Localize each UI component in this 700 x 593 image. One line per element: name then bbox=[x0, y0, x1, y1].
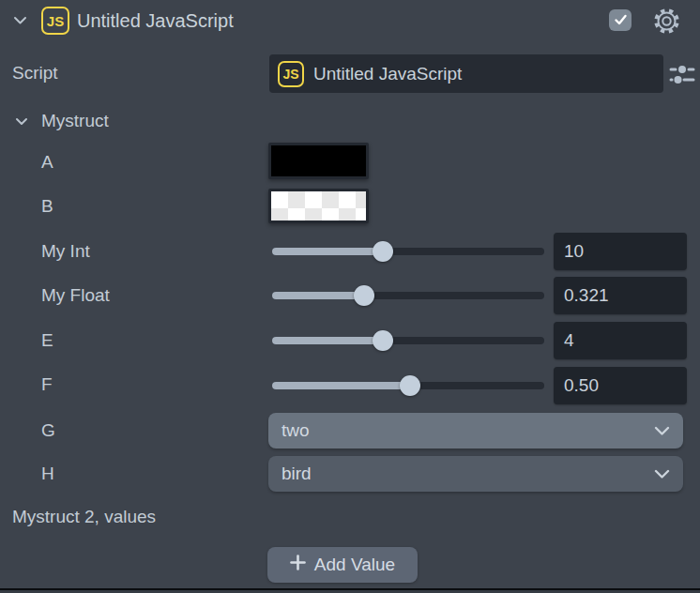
my-int-slider[interactable] bbox=[272, 241, 544, 262]
mystruct2-section-title: Mystruct 2, values bbox=[12, 507, 156, 527]
f-slider[interactable] bbox=[272, 375, 544, 396]
plus-icon bbox=[290, 555, 306, 575]
script-label: Script bbox=[12, 63, 58, 84]
slider-fill bbox=[272, 248, 383, 255]
slider-thumb[interactable] bbox=[354, 285, 374, 306]
color-swatch-b[interactable] bbox=[268, 189, 369, 223]
slider-fill bbox=[272, 337, 383, 344]
slider-track[interactable] bbox=[272, 382, 544, 389]
param-b-label: B bbox=[41, 196, 53, 217]
js-icon: JS bbox=[41, 7, 69, 35]
slider-thumb[interactable] bbox=[373, 241, 393, 262]
slider-thumb[interactable] bbox=[400, 375, 420, 396]
slider-fill bbox=[272, 382, 410, 389]
my-float-label: My Float bbox=[41, 285, 110, 306]
script-value: Untitled JavaScript bbox=[313, 64, 462, 84]
param-f-label: F bbox=[41, 374, 53, 395]
js-icon: JS bbox=[278, 61, 304, 87]
slider-thumb[interactable] bbox=[373, 330, 393, 351]
dropdown-g[interactable]: two bbox=[268, 413, 683, 449]
e-slider[interactable] bbox=[272, 330, 544, 351]
add-value-button[interactable]: Add Value bbox=[267, 547, 418, 583]
my-int-label: My Int bbox=[41, 241, 90, 262]
chevron-down-icon bbox=[654, 420, 670, 441]
panel-title: Untitled JavaScript bbox=[77, 10, 234, 32]
param-a-label: A bbox=[41, 152, 53, 173]
slider-fill bbox=[272, 292, 364, 299]
collapse-chevron-down-icon[interactable] bbox=[12, 12, 28, 32]
chevron-down-icon bbox=[654, 464, 670, 484]
add-value-label: Add Value bbox=[314, 555, 395, 575]
dropdown-h[interactable]: bird bbox=[268, 456, 683, 492]
f-value-input[interactable] bbox=[554, 367, 687, 404]
mystruct-chevron-down-icon[interactable] bbox=[14, 114, 29, 132]
dropdown-h-value: bird bbox=[282, 464, 312, 484]
gear-icon[interactable] bbox=[653, 8, 680, 35]
param-e-label: E bbox=[41, 330, 53, 351]
slider-track[interactable] bbox=[272, 337, 544, 344]
color-swatch-a[interactable] bbox=[268, 143, 369, 179]
tune-sliders-icon[interactable] bbox=[669, 64, 695, 85]
enabled-checkbox[interactable] bbox=[609, 9, 632, 31]
slider-track[interactable] bbox=[272, 292, 544, 299]
my-float-value-input[interactable] bbox=[554, 277, 687, 314]
mystruct-section-title[interactable]: Mystruct bbox=[41, 111, 109, 131]
script-field[interactable]: JS Untitled JavaScript bbox=[269, 54, 663, 93]
param-h-label: H bbox=[41, 464, 54, 484]
param-g-label: G bbox=[41, 420, 55, 441]
inspector-panel: JS Untitled JavaScript Script JS Untitle… bbox=[0, 0, 700, 593]
dropdown-g-value: two bbox=[282, 420, 310, 441]
slider-track[interactable] bbox=[272, 248, 544, 255]
check-icon bbox=[614, 14, 628, 26]
my-int-value-input[interactable] bbox=[554, 233, 687, 270]
my-float-slider[interactable] bbox=[272, 285, 544, 306]
e-value-input[interactable] bbox=[554, 322, 687, 359]
